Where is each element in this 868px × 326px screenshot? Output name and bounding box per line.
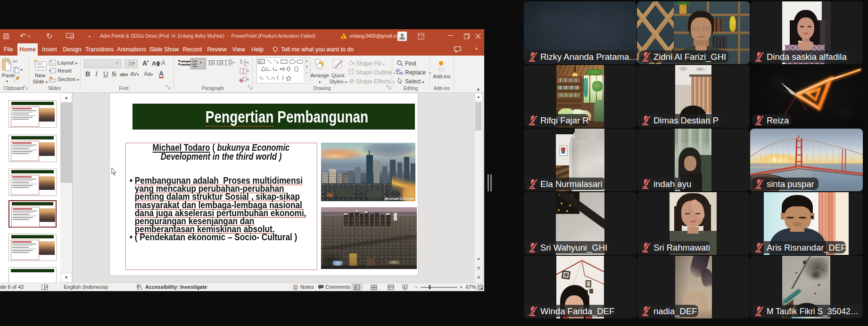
svg-text:A: A [259,60,262,64]
